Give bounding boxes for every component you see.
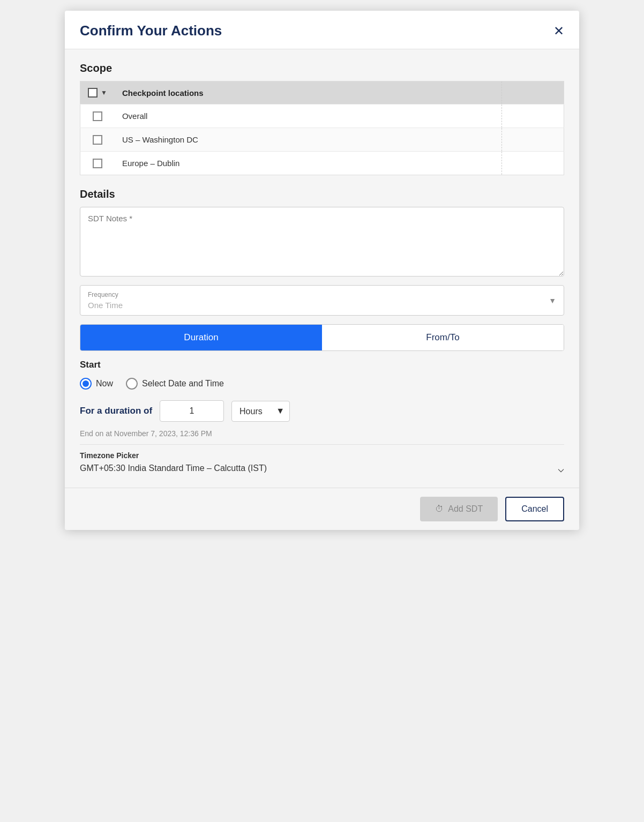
row-extra: [501, 152, 564, 175]
frequency-value: One Time: [88, 301, 556, 310]
radio-inner-now: [83, 380, 89, 387]
add-sdt-button[interactable]: ⏱ Add SDT: [420, 497, 498, 521]
details-section: Details Frequency One Time ▼: [80, 188, 564, 316]
header-checkbox-cell: ▼: [80, 81, 115, 104]
row-name: Europe – Dublin: [115, 152, 501, 175]
modal-title: Confirm Your Actions: [80, 23, 222, 39]
header-checkbox[interactable]: [88, 88, 98, 98]
timezone-row[interactable]: GMT+05:30 India Standard Time – Calcutta…: [80, 462, 564, 475]
start-label: Start: [80, 360, 564, 370]
timezone-dropdown-arrow: ⌵: [558, 462, 564, 475]
confirm-actions-modal: Confirm Your Actions ✕ Scope ▼ Checkpoin…: [65, 11, 579, 530]
radio-outer-select-date: [126, 378, 138, 390]
radio-outer-now: [80, 378, 92, 390]
header-checkbox-wrapper: ▼: [88, 88, 107, 98]
duration-row-label: For a duration of: [80, 406, 152, 416]
frequency-label: Frequency: [88, 291, 556, 298]
row-checkbox[interactable]: [93, 135, 102, 145]
scope-table-extra-col: [501, 81, 564, 104]
row-checkbox-cell: [80, 104, 115, 128]
table-row: Overall: [80, 104, 564, 128]
duration-unit-select-wrapper: Minutes Hours Days Weeks ▼: [231, 401, 290, 422]
row-extra: [501, 128, 564, 152]
scope-section-label: Scope: [80, 62, 564, 74]
details-section-label: Details: [80, 188, 564, 200]
table-row: US – Washington DC: [80, 128, 564, 152]
modal-footer: ⏱ Add SDT Cancel: [65, 488, 579, 530]
header-dropdown-arrow[interactable]: ▼: [101, 89, 107, 96]
row-checkbox[interactable]: [93, 111, 102, 121]
duration-row: For a duration of Minutes Hours Days Wee…: [80, 400, 564, 422]
timezone-section: Timezone Picker GMT+05:30 India Standard…: [80, 444, 564, 475]
modal-body: Scope ▼ Checkpoint locations: [65, 49, 579, 488]
row-checkbox-cell: [80, 128, 115, 152]
timezone-picker-label: Timezone Picker: [80, 451, 564, 460]
row-extra: [501, 104, 564, 128]
add-sdt-label: Add SDT: [448, 504, 483, 514]
start-radio-group: Now Select Date and Time: [80, 378, 564, 390]
frequency-arrow: ▼: [549, 296, 556, 305]
sdt-notes-textarea[interactable]: [80, 207, 564, 277]
row-name: US – Washington DC: [115, 128, 501, 152]
close-button[interactable]: ✕: [553, 25, 564, 38]
tab-toggle: Duration From/To: [80, 324, 564, 351]
table-row: Europe – Dublin: [80, 152, 564, 175]
duration-input[interactable]: [160, 400, 224, 422]
timezone-value: GMT+05:30 India Standard Time – Calcutta…: [80, 464, 267, 473]
cancel-button[interactable]: Cancel: [505, 497, 564, 521]
modal-header: Confirm Your Actions ✕: [65, 11, 579, 49]
radio-now-label: Now: [96, 379, 113, 388]
scope-table-name-col: Checkpoint locations: [115, 81, 501, 104]
row-checkbox[interactable]: [93, 159, 102, 168]
add-sdt-clock-icon: ⏱: [435, 504, 444, 514]
radio-option-select-date[interactable]: Select Date and Time: [126, 378, 224, 390]
row-name: Overall: [115, 104, 501, 128]
tab-from-to[interactable]: From/To: [322, 325, 564, 350]
end-on-text: End on at November 7, 2023, 12:36 PM: [80, 429, 564, 438]
scope-table: ▼ Checkpoint locations Overall US – Wash…: [80, 81, 564, 175]
duration-unit-select[interactable]: Minutes Hours Days Weeks: [231, 401, 290, 422]
radio-select-date-label: Select Date and Time: [142, 379, 224, 388]
scope-table-header-row: ▼ Checkpoint locations: [80, 81, 564, 104]
radio-option-now[interactable]: Now: [80, 378, 113, 390]
frequency-box[interactable]: Frequency One Time ▼: [80, 285, 564, 316]
row-checkbox-cell: [80, 152, 115, 175]
tab-duration[interactable]: Duration: [80, 325, 322, 350]
